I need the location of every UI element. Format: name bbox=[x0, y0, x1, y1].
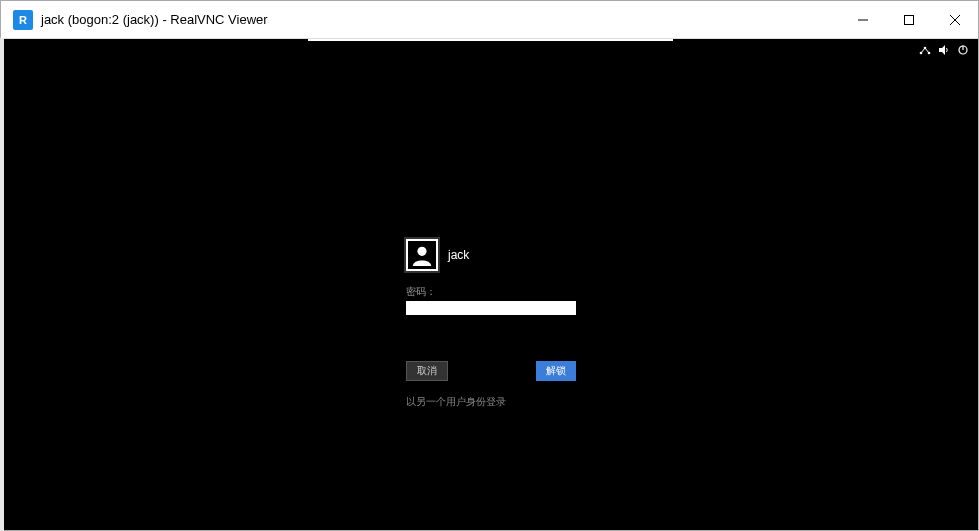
maximize-icon bbox=[904, 15, 914, 25]
cancel-button[interactable]: 取消 bbox=[406, 361, 448, 381]
sound-icon[interactable] bbox=[939, 45, 950, 57]
titlebar[interactable]: R jack (bogon:2 (jack)) - RealVNC Viewer bbox=[1, 1, 978, 39]
svg-rect-1 bbox=[905, 15, 914, 24]
avatar bbox=[406, 239, 438, 271]
minimize-button[interactable] bbox=[840, 1, 886, 38]
unlock-button[interactable]: 解锁 bbox=[536, 361, 576, 381]
network-icon[interactable] bbox=[919, 45, 931, 57]
app-icon-text: R bbox=[19, 14, 27, 26]
password-input[interactable] bbox=[406, 301, 576, 315]
remote-desktop-area[interactable]: jack 密码： 取消 解锁 以另一个用户身份登录 bbox=[1, 39, 978, 530]
top-strip bbox=[308, 39, 673, 41]
other-user-link[interactable]: 以另一个用户身份登录 bbox=[406, 395, 581, 409]
user-row: jack bbox=[406, 239, 581, 271]
app-icon: R bbox=[13, 10, 33, 30]
window-controls bbox=[840, 1, 978, 38]
close-icon bbox=[950, 15, 960, 25]
maximize-button[interactable] bbox=[886, 1, 932, 38]
user-icon bbox=[411, 244, 433, 266]
system-tray bbox=[919, 45, 968, 57]
window-title: jack (bogon:2 (jack)) - RealVNC Viewer bbox=[41, 12, 840, 27]
login-panel: jack 密码： 取消 解锁 以另一个用户身份登录 bbox=[406, 239, 581, 409]
svg-marker-9 bbox=[939, 45, 945, 55]
button-row: 取消 解锁 bbox=[406, 361, 576, 381]
close-button[interactable] bbox=[932, 1, 978, 38]
minimize-icon bbox=[858, 15, 868, 25]
svg-line-8 bbox=[925, 48, 929, 53]
username-label: jack bbox=[448, 248, 469, 262]
power-icon[interactable] bbox=[958, 45, 968, 57]
svg-point-12 bbox=[417, 247, 426, 256]
password-label: 密码： bbox=[406, 285, 581, 299]
svg-line-7 bbox=[921, 48, 925, 53]
app-window: R jack (bogon:2 (jack)) - RealVNC Viewer bbox=[0, 0, 979, 531]
left-edge-decoration bbox=[0, 38, 4, 531]
